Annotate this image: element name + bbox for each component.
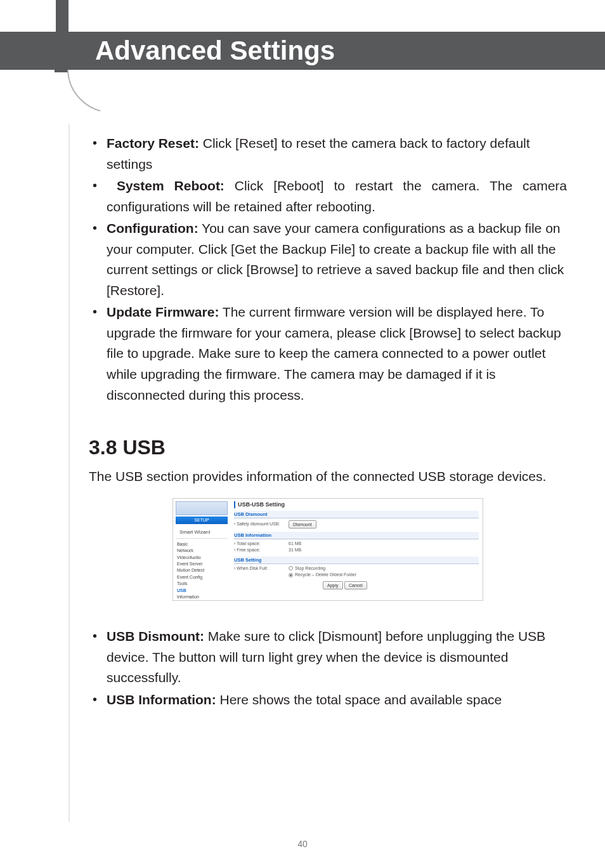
side-rule [68,124,70,822]
head-dismount: USB Dismount [234,511,479,518]
nav-list: Basic Network Video/Audio Event Server M… [173,541,230,601]
radio-icon [289,566,293,570]
cancel-button[interactable]: Cancel [344,581,367,589]
opt-stop[interactable]: Stop Recording [289,566,325,571]
bottom-bullet-list: USB Dismount: Make sure to click [Dismou… [89,626,567,710]
disk-full-label: › When Disk Full: [234,566,285,571]
bullet-label: Configuration: [107,221,198,235]
bullet-system-reboot: System Reboot: Click [Reboot] to restart… [107,176,567,217]
row-free-space: › Free space: 31 MB [234,547,479,553]
row-total-space: › Total space: 61 MB [234,541,479,547]
nav-tools[interactable]: Tools [176,581,228,587]
embedded-screenshot: SETUP Smart Wizard Basic Network Video/A… [172,498,483,601]
bullet-usb-dismount: USB Dismount: Make sure to click [Dismou… [107,626,567,688]
radio-icon [289,573,293,577]
head-info: USB Information [234,532,479,539]
page-header-title: Advanced Settings [95,36,335,65]
row-dismount: › Safely dismount USB: Dismount [234,520,479,529]
nav-event-server[interactable]: Event Server [176,561,228,567]
nav-motion-detect[interactable]: Motion Detect [176,567,228,574]
row-disk-full: › When Disk Full: Stop Recording [234,565,479,572]
bullet-text: Here shows the total space and available… [216,692,502,707]
top-bullet-list: Factory Reset: Click [Reset] to reset th… [89,133,567,405]
nav-event-config[interactable]: Event Config [176,574,228,581]
dismount-label: › Safely dismount USB: [234,522,285,527]
nav-usb[interactable]: USB [176,588,228,594]
page-content: Factory Reset: Click [Reset] to reset th… [89,133,567,712]
dismount-button[interactable]: Dismount [289,520,316,529]
bullet-label: System Reboot: [117,178,224,193]
smart-wizard-link[interactable]: Smart Wizard [176,527,228,539]
page-number: 40 [0,839,605,849]
live-view-thumb [176,501,228,515]
nav-video-audio[interactable]: Video/Audio [176,555,228,561]
page-header: Advanced Settings [0,32,605,70]
opt-recycle[interactable]: Recycle – Delete Oldest Folder [289,572,356,577]
total-space-value: 61 MB [289,541,301,546]
row-recycle: Recycle – Delete Oldest Folder [234,572,479,578]
bullet-configuration: Configuration: You can save your camera … [107,218,567,301]
nav-network[interactable]: Network [176,548,228,554]
section-intro: The USB section provides information of … [89,466,567,487]
bullet-usb-information: USB Information: Here shows the total sp… [107,690,567,711]
free-space-label: › Free space: [234,548,285,553]
bullet-label: Update Firmware: [107,305,219,319]
screenshot-sidebar: SETUP Smart Wizard Basic Network Video/A… [173,499,230,600]
usb-setting-screenshot: SETUP Smart Wizard Basic Network Video/A… [172,498,483,601]
bullet-update-firmware: Update Firmware: The current firmware ve… [107,302,567,405]
header-curve [56,70,100,127]
panel-title: USB-USB Setting [234,501,479,508]
header-spine [56,0,68,32]
section-title-usb: 3.8 USB [89,432,567,464]
bullet-factory-reset: Factory Reset: Click [Reset] to reset th… [107,133,567,174]
screenshot-main: USB-USB Setting USB Dismount › Safely di… [230,499,483,600]
nav-information[interactable]: Information [176,594,228,600]
free-space-value: 31 MB [289,548,301,553]
apply-cancel-row: Apply Cancel [234,581,479,589]
bullet-label: Factory Reset: [107,136,199,150]
setup-button[interactable]: SETUP [176,516,228,524]
bullet-label: USB Dismount: [107,629,204,643]
apply-button[interactable]: Apply [323,581,343,589]
total-space-label: › Total space: [234,541,285,546]
nav-basic[interactable]: Basic [176,541,228,548]
head-setting: USB Setting [234,556,479,564]
bullet-label: USB Information: [107,692,216,707]
